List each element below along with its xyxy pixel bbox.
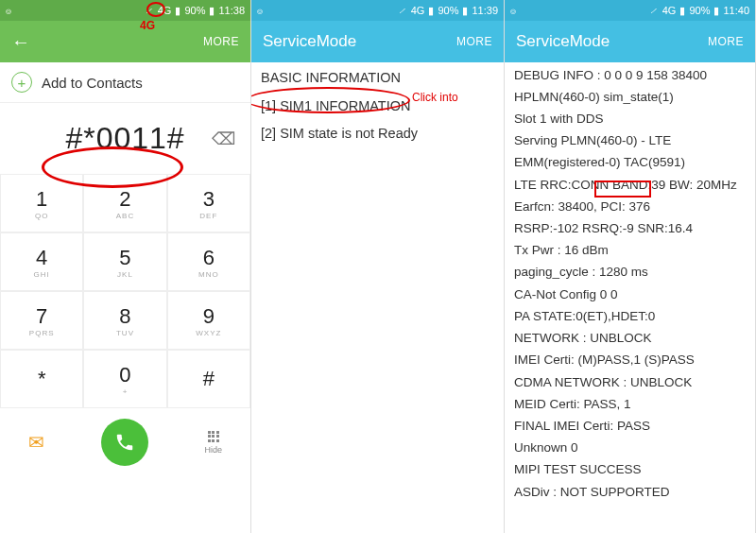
key-digit: 8 xyxy=(119,304,130,329)
key-digit: 6 xyxy=(203,246,215,270)
keypad-key-7[interactable]: 7PQRS xyxy=(0,291,83,350)
list-item: CA-Not Config 0 0 xyxy=(505,284,755,305)
key-digit: 2 xyxy=(119,187,130,212)
key-digit: 4 xyxy=(36,246,47,270)
list-item[interactable]: [1] SIM1 INFORMATION xyxy=(251,93,504,121)
no-sim-icon: ⟋ xyxy=(648,5,659,16)
key-digit: 3 xyxy=(203,187,215,212)
list-item: CDMA NETWORK : UNBLOCK xyxy=(505,371,755,393)
keypad-key-8[interactable]: 8TUV xyxy=(83,291,166,350)
page-title: ServiceMode xyxy=(263,32,356,51)
servicemode-menu-screen: ⌾ ⟋ 4G ▮ 90% ▮ 11:39 ServiceMode MORE BA… xyxy=(251,0,505,533)
list-item: DEBUG INFO : 0 0 0 9 158 38400 xyxy=(505,64,755,86)
keypad-key-0[interactable]: 0+ xyxy=(83,350,166,408)
key-letters: GHI xyxy=(34,270,50,279)
list-item[interactable]: BASIC INFORMATION xyxy=(251,64,504,93)
signal-icon: ▮ xyxy=(175,5,180,17)
keypad-key-2[interactable]: 2ABC xyxy=(83,174,166,232)
list-item: ASDiv : NOT SUPPORTED xyxy=(505,481,755,503)
network-4g-icon: 4G xyxy=(662,5,677,16)
message-icon[interactable]: ✉ xyxy=(28,431,44,454)
list-item: IMEI Certi: (M)PASS,1 (S)PASS xyxy=(505,350,755,371)
servicemode-detail-list: DEBUG INFO : 0 0 0 9 158 38400HPLMN(460-… xyxy=(505,62,755,505)
dialed-number: #*0011# xyxy=(65,121,184,156)
call-button[interactable] xyxy=(101,419,148,466)
key-letters: QO xyxy=(35,212,48,220)
list-item: MIPI TEST SUCCESS xyxy=(505,459,755,481)
servicemode-header: ServiceMode MORE xyxy=(505,21,755,62)
key-letters: PQRS xyxy=(29,329,55,337)
backspace-icon[interactable]: ⌫ xyxy=(212,129,235,149)
key-letters: DEF xyxy=(199,212,217,220)
add-to-contacts-label: Add to Contacts xyxy=(42,75,143,91)
whatsapp-icon: ⌾ xyxy=(6,6,11,16)
key-letters: + xyxy=(123,387,129,396)
battery-icon: ▮ xyxy=(713,5,719,17)
more-button[interactable]: MORE xyxy=(203,35,239,48)
hide-label: Hide xyxy=(205,445,223,455)
dial-input: #*0011# ⌫ xyxy=(0,103,250,174)
network-4g-icon: 4G xyxy=(158,5,172,16)
key-digit: 9 xyxy=(203,304,215,329)
list-item: Tx Pwr : 16 dBm xyxy=(505,240,755,262)
status-bar: ⌾ ⟋ 4G ▮ 90% ▮ 11:40 xyxy=(505,0,755,21)
battery-text: 90% xyxy=(689,5,710,16)
list-item: Slot 1 with DDS xyxy=(505,108,755,129)
servicemode-detail-screen: ⌾ ⟋ 4G ▮ 90% ▮ 11:40 ServiceMode MORE DE… xyxy=(505,0,756,533)
battery-text: 90% xyxy=(184,5,205,16)
add-to-contacts-row[interactable]: + Add to Contacts xyxy=(0,62,250,103)
list-item: Serving PLMN(460-0) - LTE xyxy=(505,130,755,152)
hide-keypad-button[interactable]: Hide xyxy=(205,431,223,455)
clock-text: 11:39 xyxy=(472,5,498,16)
keypad-key-9[interactable]: 9WXYZ xyxy=(167,291,250,350)
list-item: HPLMN(460-0) sim_state(1) xyxy=(505,86,755,108)
keypad-key-4[interactable]: 4GHI xyxy=(0,232,83,291)
status-bar: ⌾ ⟋ 4G ▮ 90% ▮ 11:38 xyxy=(0,0,250,21)
more-button[interactable]: MORE xyxy=(708,35,744,48)
key-letters: TUV xyxy=(116,329,134,337)
more-button[interactable]: MORE xyxy=(456,35,492,48)
servicemode-header: ServiceMode MORE xyxy=(251,21,504,62)
no-sim-icon: ⟋ xyxy=(397,5,407,16)
plus-icon: + xyxy=(11,72,32,93)
list-item: MEID Certi: PASS, 1 xyxy=(505,393,755,415)
key-letters: ABC xyxy=(116,212,134,220)
list-item: FINAL IMEI Certi: PASS xyxy=(505,416,755,438)
key-digit: # xyxy=(203,367,215,391)
list-item: NETWORK : UNBLOCK xyxy=(505,328,755,350)
keypad-key-6[interactable]: 6MNO xyxy=(167,232,250,291)
list-item: RSRP:-102 RSRQ:-9 SNR:16.4 xyxy=(505,218,755,240)
back-icon[interactable]: ← xyxy=(11,31,30,53)
dialer-screen: ⌾ ⟋ 4G ▮ 90% ▮ 11:38 ← MORE + Add to Con… xyxy=(0,0,251,533)
key-digit: 0 xyxy=(119,363,130,387)
servicemode-list: BASIC INFORMATION[1] SIM1 INFORMATION[2]… xyxy=(251,62,504,150)
dialer-header: ← MORE xyxy=(0,21,250,62)
status-bar: ⌾ ⟋ 4G ▮ 90% ▮ 11:39 xyxy=(251,0,504,21)
keypad-key-#[interactable]: # xyxy=(167,350,250,408)
clock-text: 11:40 xyxy=(723,5,749,16)
list-item: PA STATE:0(ET),HDET:0 xyxy=(505,305,755,327)
list-item: LTE RRC:CONN BAND:39 BW: 20MHz xyxy=(505,174,755,196)
keypad-key-3[interactable]: 3DEF xyxy=(167,174,250,232)
keypad-key-1[interactable]: 1QO xyxy=(0,174,83,232)
key-digit: * xyxy=(38,367,46,391)
keypad-key-5[interactable]: 5JKL xyxy=(83,232,166,291)
battery-icon: ▮ xyxy=(209,5,215,17)
battery-text: 90% xyxy=(438,5,458,16)
key-digit: 7 xyxy=(36,304,47,329)
list-item: paging_cycle : 1280 ms xyxy=(505,262,755,284)
network-4g-icon: 4G xyxy=(411,5,425,16)
dialer-bottom-row: ✉ Hide xyxy=(0,408,250,476)
key-digit: 5 xyxy=(119,246,130,270)
no-sim-icon: ⟋ xyxy=(144,5,154,16)
key-digit: 1 xyxy=(36,187,47,212)
key-letters: WXYZ xyxy=(196,329,221,337)
page-title: ServiceMode xyxy=(516,32,610,51)
phone-icon xyxy=(114,432,135,453)
list-item[interactable]: [2] SIM state is not Ready xyxy=(251,120,504,148)
list-item: Unknown 0 xyxy=(505,438,755,459)
signal-icon: ▮ xyxy=(679,5,685,17)
keypad-key-*[interactable]: * xyxy=(0,350,83,408)
list-item: EMM(registered-0) TAC(9591) xyxy=(505,152,755,174)
keypad: 1QO2ABC3DEF4GHI5JKL6MNO7PQRS8TUV9WXYZ*0+… xyxy=(0,174,250,408)
